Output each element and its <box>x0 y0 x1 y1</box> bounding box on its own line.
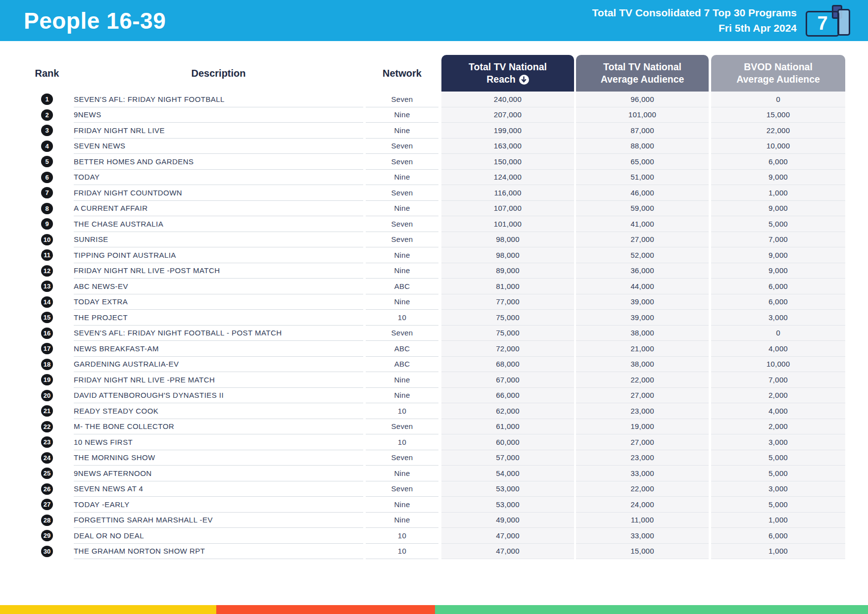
bvod-value: 7,000 <box>711 372 845 388</box>
reach-value: 89,000 <box>441 263 574 279</box>
avg-audience-value: 46,000 <box>576 185 709 201</box>
network-name: Nine <box>366 247 438 263</box>
program-description: M- THE BONE COLLECTOR <box>74 419 363 435</box>
program-description: A CURRENT AFFAIR <box>74 201 363 217</box>
bvod-value: 5,000 <box>711 216 845 232</box>
table-row: 28 FORGETTING SARAH MARSHALL -EV Nine 49… <box>0 513 845 528</box>
avg-audience-value: 15,000 <box>576 544 709 560</box>
avg-audience-value: 39,000 <box>576 294 709 310</box>
network-name: Seven <box>366 326 438 341</box>
rank-badge: 18 <box>41 359 53 370</box>
program-description: THE MORNING SHOW <box>74 450 363 466</box>
column-header-bvod-average-audience[interactable]: BVOD National Average Audience <box>711 55 845 92</box>
table-row: 10 SUNRISE Seven 98,000 27,000 7,000 <box>0 232 845 248</box>
avg-audience-value: 22,000 <box>576 372 709 388</box>
program-description: THE PROJECT <box>74 310 363 326</box>
column-header-description: Description <box>74 55 363 92</box>
network-name: Seven <box>366 450 438 466</box>
rank-badge: 7 <box>41 187 53 198</box>
program-description: FRIDAY NIGHT NRL LIVE -PRE MATCH <box>74 372 363 388</box>
total-tv-logo: 7 <box>806 4 853 38</box>
bvod-value: 1,000 <box>711 185 845 201</box>
program-description: TIPPING POINT AUSTRALIA <box>74 247 363 263</box>
column-header-total-tv-reach[interactable]: Total TV National Reach <box>441 55 574 92</box>
reach-value: 57,000 <box>441 450 574 466</box>
column-header-total-tv-average-audience[interactable]: Total TV National Average Audience <box>576 55 709 92</box>
rank-badge: 10 <box>41 234 53 245</box>
bvod-value: 15,000 <box>711 107 845 123</box>
table-row: 11 TIPPING POINT AUSTRALIA Nine 98,000 5… <box>0 247 845 263</box>
reach-value: 98,000 <box>441 232 574 248</box>
network-name: Seven <box>366 481 438 497</box>
rank-badge: 1 <box>41 94 53 105</box>
program-description: FRIDAY NIGHT COUNTDOWN <box>74 185 363 201</box>
bvod-value: 0 <box>711 92 845 107</box>
program-table-body: 1 SEVEN'S AFL: FRIDAY NIGHT FOOTBALL Sev… <box>0 92 845 559</box>
network-name: Nine <box>366 372 438 388</box>
rank-badge: 3 <box>41 125 53 136</box>
avg-audience-value: 23,000 <box>576 450 709 466</box>
program-description: GARDENING AUSTRALIA-EV <box>74 357 363 373</box>
rank-badge: 9 <box>41 218 53 230</box>
network-name: Nine <box>366 107 438 123</box>
program-description: 10 NEWS FIRST <box>74 434 363 450</box>
program-description: FORGETTING SARAH MARSHALL -EV <box>74 513 363 528</box>
reach-value: 107,000 <box>441 201 574 217</box>
bvod-value: 9,000 <box>711 263 845 279</box>
avg-audience-value: 52,000 <box>576 247 709 263</box>
bvod-value: 10,000 <box>711 139 845 154</box>
avg-audience-value: 38,000 <box>576 357 709 373</box>
network-name: Seven <box>366 154 438 170</box>
sort-descending-icon[interactable] <box>519 75 529 85</box>
rank-badge: 27 <box>41 499 53 510</box>
bvod-value: 3,000 <box>711 434 845 450</box>
avg-audience-value: 23,000 <box>576 403 709 419</box>
bvod-value: 5,000 <box>711 466 845 481</box>
program-description: THE CHASE AUSTRALIA <box>74 216 363 232</box>
rank-badge: 15 <box>41 312 53 323</box>
footer-bar-segment-green <box>435 605 868 614</box>
network-name: Nine <box>366 201 438 217</box>
program-description: SEVEN'S AFL: FRIDAY NIGHT FOOTBALL <box>74 92 363 107</box>
network-name: ABC <box>366 279 438 294</box>
program-description: READY STEADY COOK <box>74 403 363 419</box>
bvod-value: 10,000 <box>711 357 845 373</box>
program-description: TODAY EXTRA <box>74 294 363 310</box>
bvod-value: 5,000 <box>711 450 845 466</box>
network-name: Nine <box>366 388 438 404</box>
avg-audience-value: 27,000 <box>576 434 709 450</box>
rank-badge: 23 <box>41 436 53 448</box>
program-description: 9NEWS AFTERNOON <box>74 466 363 481</box>
bvod-value: 3,000 <box>711 481 845 497</box>
avg-audience-value: 87,000 <box>576 123 709 139</box>
reach-value: 240,000 <box>441 92 574 107</box>
report-meta: Total TV Consolidated 7 Top 30 Programs … <box>592 5 797 36</box>
table-row: 17 NEWS BREAKFAST-AM ABC 72,000 21,000 4… <box>0 341 845 357</box>
avg-audience-value: 33,000 <box>576 466 709 481</box>
table-row: 1 SEVEN'S AFL: FRIDAY NIGHT FOOTBALL Sev… <box>0 92 845 107</box>
program-description: FRIDAY NIGHT NRL LIVE -POST MATCH <box>74 263 363 279</box>
rank-badge: 20 <box>41 390 53 401</box>
table-row: 15 THE PROJECT 10 75,000 39,000 3,000 <box>0 310 845 326</box>
avg-audience-value: 39,000 <box>576 310 709 326</box>
avg-audience-value: 41,000 <box>576 216 709 232</box>
program-description: THE GRAHAM NORTON SHOW RPT <box>74 544 363 560</box>
bvod-value: 9,000 <box>711 247 845 263</box>
network-name: Seven <box>366 185 438 201</box>
network-name: 10 <box>366 528 438 544</box>
avg-audience-value: 19,000 <box>576 419 709 435</box>
table-row: 3 FRIDAY NIGHT NRL LIVE Nine 199,000 87,… <box>0 123 845 139</box>
table-row: 26 SEVEN NEWS AT 4 Seven 53,000 22,000 3… <box>0 481 845 497</box>
network-name: 10 <box>366 434 438 450</box>
table-row: 5 BETTER HOMES AND GARDENS Seven 150,000… <box>0 154 845 170</box>
reach-value: 53,000 <box>441 497 574 513</box>
avg-audience-value: 22,000 <box>576 481 709 497</box>
avg-audience-value: 65,000 <box>576 154 709 170</box>
bvod-value: 6,000 <box>711 279 845 294</box>
table-row: 9 THE CHASE AUSTRALIA Seven 101,000 41,0… <box>0 216 845 232</box>
table-row: 2 9NEWS Nine 207,000 101,000 15,000 <box>0 107 845 123</box>
table-row: 18 GARDENING AUSTRALIA-EV ABC 68,000 38,… <box>0 357 845 373</box>
table-row: 23 10 NEWS FIRST 10 60,000 27,000 3,000 <box>0 434 845 450</box>
rank-badge: 28 <box>41 515 53 526</box>
bvod-value: 2,000 <box>711 388 845 404</box>
